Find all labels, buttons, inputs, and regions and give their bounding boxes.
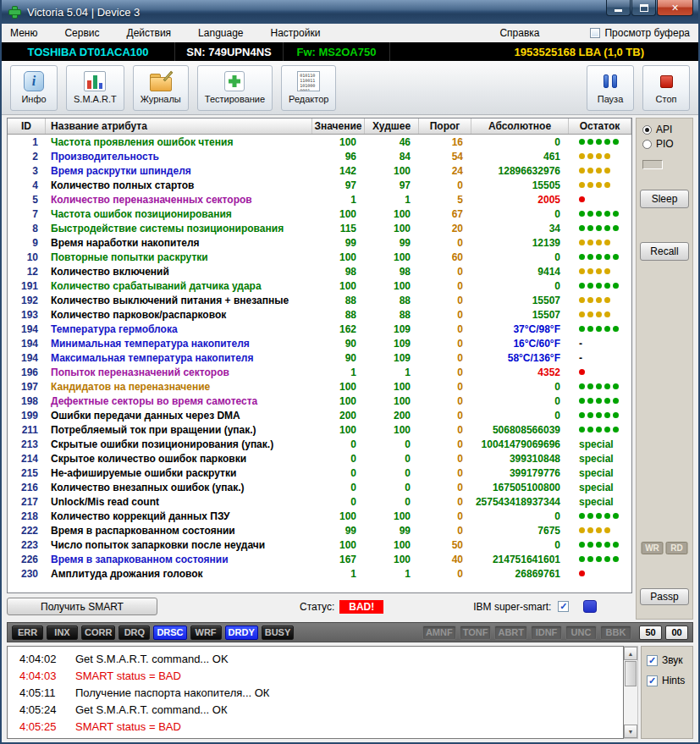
- table-row[interactable]: 223Число попыток запарковки после неудач…: [8, 537, 631, 552]
- attr-threshold: 0: [419, 410, 471, 422]
- attr-absolute: 37°C/98°F: [471, 323, 569, 335]
- attr-value: 162: [312, 323, 365, 335]
- table-row[interactable]: 2Производительность968454461: [8, 149, 631, 163]
- attr-value: 0: [312, 467, 365, 479]
- wr-button[interactable]: WR: [642, 542, 664, 554]
- table-row[interactable]: 216Количество внезапных ошибок (упак.)00…: [8, 480, 631, 494]
- attr-threshold: 0: [419, 338, 471, 350]
- table-row[interactable]: 197Кандидатов на переназначение10010000: [8, 379, 631, 394]
- table-row[interactable]: 222Время в распаркованном состоянии99990…: [8, 523, 631, 537]
- close-button[interactable]: ×: [657, 0, 693, 16]
- attr-value: 88: [312, 295, 365, 306]
- attr-name: Время раскрутки шпинделя: [46, 165, 312, 177]
- toolbar-button-info[interactable]: i Инфо: [10, 65, 58, 111]
- registers-strip: ERRINXCORRDRQDRSCWRFDRDYBUSY AMNFTONFABR…: [7, 622, 693, 642]
- minimize-button[interactable]: [606, 0, 631, 16]
- attr-name: Unlock/Mis read count: [46, 496, 312, 508]
- toolbar-button-editor[interactable]: 010110 110011 101000 0001 Редактор: [281, 65, 336, 111]
- table-row[interactable]: 4Количество полных стартов9797015505: [8, 178, 631, 192]
- health-dot: [587, 542, 593, 548]
- menu-item-actions[interactable]: Действия: [127, 27, 172, 39]
- header-name[interactable]: Название атрибута: [46, 118, 312, 134]
- attr-value: 100: [312, 280, 365, 292]
- menu-item-service[interactable]: Сервис: [64, 27, 99, 39]
- table-row[interactable]: 217Unlock/Mis read count0002575434189373…: [8, 494, 631, 509]
- attr-worst: 99: [365, 237, 419, 249]
- attr-value: 100: [312, 381, 365, 393]
- table-row[interactable]: 194Температура гермоблока162109037°C/98°…: [8, 322, 631, 336]
- table-row[interactable]: 199Ошибки передачи данных через DMA20020…: [8, 408, 631, 422]
- table-row[interactable]: 9Время наработки накопителя9999012139: [8, 235, 631, 250]
- header-health[interactable]: Остаток: [569, 118, 631, 134]
- buffer-view-toggle[interactable]: Просмотр буфера: [590, 27, 690, 39]
- toolbar-label-testing: Тестирование: [205, 94, 265, 104]
- sound-checkbox[interactable]: ✓ Звук: [647, 654, 687, 666]
- header-threshold[interactable]: Порог: [419, 118, 471, 134]
- table-row[interactable]: 213Скрытые ошибки позиционирования (упак…: [8, 437, 631, 451]
- health-dot: [596, 268, 602, 274]
- table-row[interactable]: 3Время раскрутки шпинделя142100241289663…: [8, 163, 631, 178]
- scroll-down-button[interactable]: ▼: [624, 725, 637, 738]
- attr-name: Время в распаркованном состоянии: [46, 525, 312, 537]
- health-dot: [587, 254, 593, 260]
- toolbar-button-smart[interactable]: S.M.A.R.T: [66, 65, 124, 111]
- menu-item-menu[interactable]: Меню: [10, 27, 37, 39]
- menu-item-language[interactable]: Language: [198, 27, 243, 39]
- rd-button[interactable]: RD: [666, 542, 688, 554]
- header-worst[interactable]: Худшее: [365, 118, 419, 134]
- buffer-view-label: Просмотр буфера: [604, 27, 690, 39]
- table-row[interactable]: 191Количество срабатываний датчика удара…: [8, 278, 631, 293]
- table-row[interactable]: 226Время в запаркованном состоянии167100…: [8, 552, 631, 566]
- table-row[interactable]: 8Быстродействие системы позиционирования…: [8, 221, 631, 235]
- toolbar-button-pause[interactable]: Пауза: [587, 65, 634, 111]
- table-row[interactable]: 211Потребляемый ток при вращении (упак.)…: [8, 422, 631, 437]
- recall-button[interactable]: Recall: [640, 242, 689, 261]
- table-row[interactable]: 7Частота ошибок позиционирования10010067…: [8, 207, 631, 221]
- header-id[interactable]: ID: [8, 118, 46, 134]
- table-column: ID Название атрибута Значение Худшее Пор…: [7, 118, 632, 620]
- radio-pio[interactable]: PIO: [642, 138, 674, 150]
- table-row[interactable]: 1Частота проявления ошибок чтения1004616…: [8, 135, 631, 149]
- toolbar-button-testing[interactable]: Тестирование: [197, 65, 273, 111]
- health-dot: [587, 240, 593, 245]
- log-scrollbar[interactable]: ▲ ▼: [624, 646, 638, 739]
- attr-threshold: 0: [419, 438, 471, 450]
- attr-name: Количество полных стартов: [46, 179, 312, 191]
- table-row[interactable]: 192Количество выключений питания + внеза…: [8, 293, 631, 307]
- maximize-button[interactable]: [631, 0, 656, 16]
- ibm-super-smart-checkbox[interactable]: ✓: [558, 601, 569, 612]
- table-row[interactable]: 10Повторные попытки раскрутки100100600: [8, 250, 631, 264]
- menu-item-settings[interactable]: Настройки: [271, 27, 321, 39]
- health-dot: [596, 427, 602, 433]
- table-row[interactable]: 5Количество переназначенных секторов1152…: [8, 192, 631, 207]
- scroll-up-button[interactable]: ▲: [624, 647, 637, 660]
- scrollbar-track[interactable]: [624, 660, 637, 725]
- passport-button[interactable]: Passp: [640, 588, 689, 605]
- table-row[interactable]: 230Амплитуда дрожания головок11026869761: [8, 566, 631, 581]
- menu-item-help[interactable]: Справка: [499, 27, 539, 39]
- table-row[interactable]: 218Количество коррекций данных ПЗУ100100…: [8, 509, 631, 523]
- table-row[interactable]: 194Максимальная температура накопителя90…: [8, 350, 631, 365]
- hints-checkbox[interactable]: ✓ Hints: [647, 675, 687, 686]
- table-row[interactable]: 12Количество включений989809414: [8, 264, 631, 278]
- health-dot: [579, 412, 585, 418]
- header-value[interactable]: Значение: [312, 118, 365, 134]
- log-text: Get S.M.A.R.T. command... ОК: [69, 703, 228, 716]
- attr-threshold: 0: [419, 568, 471, 580]
- toolbar-button-stop[interactable]: Стоп: [642, 65, 690, 111]
- attr-id: 1: [8, 136, 46, 148]
- log-panel[interactable]: 4:04:02Get S.M.A.R.T. command... OK4:04:…: [7, 646, 624, 739]
- header-absolute[interactable]: Абсолютное: [471, 118, 569, 134]
- table-row[interactable]: 193Количество парковок/распарковок888801…: [8, 307, 631, 322]
- table-row[interactable]: 194Минимальная температура накопителя901…: [8, 336, 631, 350]
- get-smart-button[interactable]: Получить SMART: [7, 598, 157, 615]
- scrollbar-thumb[interactable]: [625, 661, 637, 686]
- table-row[interactable]: 215Не-афишируемые ошибки раскрутки000399…: [8, 466, 631, 480]
- toolbar-button-journals[interactable]: Журналы: [133, 65, 189, 111]
- table-row[interactable]: 196Попыток переназначений секторов110435…: [8, 365, 631, 379]
- sleep-button[interactable]: Sleep: [640, 190, 689, 208]
- radio-api[interactable]: API: [642, 124, 672, 135]
- attr-health: [569, 570, 631, 576]
- table-row[interactable]: 198Дефектные секторы во время самотеста1…: [8, 394, 631, 408]
- table-row[interactable]: 214Скрытое количество ошибок парковки000…: [8, 451, 631, 466]
